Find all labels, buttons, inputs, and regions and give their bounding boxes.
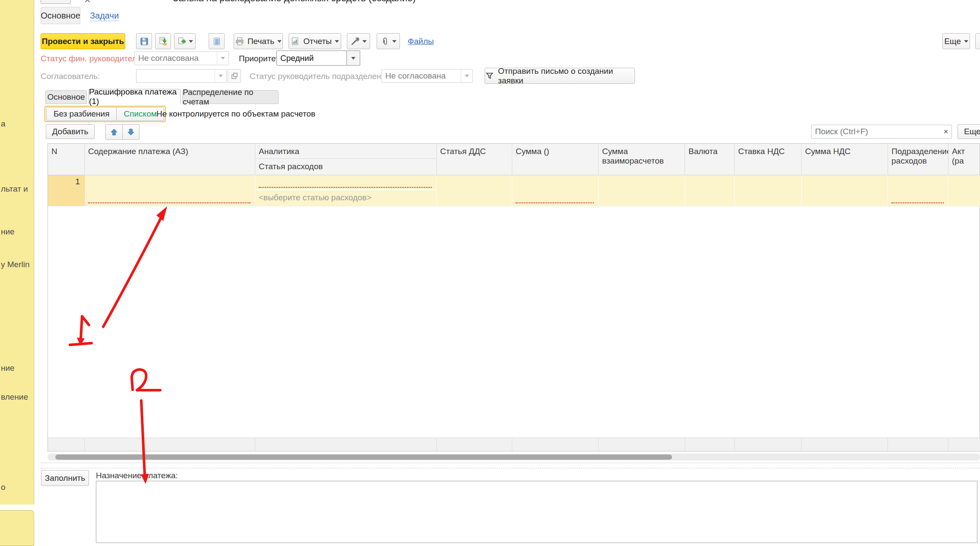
expense-item-placeholder[interactable]: <выберите статью расходов> [255,190,436,205]
toolbar-more-label: Еще [944,37,961,46]
col-header-vat-rate[interactable]: Ставка НДС [735,144,802,175]
row-cell-sum[interactable] [512,175,599,206]
dept-status-combobox[interactable]: Не согласована [381,69,473,83]
add-row-button[interactable]: Добавить [46,124,95,139]
grid-footer-row [48,438,980,451]
send-letter-button[interactable]: Отправить письмо о создании заявки [485,68,635,84]
reports-icon [291,37,300,46]
row-cell-currency[interactable] [685,175,735,206]
col-header-dds[interactable]: Статья ДДС [437,144,512,175]
toolbar-more-button[interactable]: Еще [942,33,970,49]
paperclip-icon [380,37,390,46]
priority-caret-button[interactable] [346,50,360,66]
add-row-label: Добавить [52,127,89,136]
tools-button[interactable] [347,33,370,49]
split-toggle-no-split[interactable]: Без разбиения [46,107,117,121]
footer-cell [255,438,437,451]
structure-button[interactable] [209,33,225,49]
dept-status-caret[interactable] [461,69,473,82]
grid-empty-area[interactable] [48,206,980,438]
panel-divider [41,463,980,463]
tools-caret [362,40,367,43]
fill-button[interactable]: Заполнить [41,470,89,486]
footer-cell [802,438,888,451]
structure-icon [212,37,222,46]
search-input[interactable] [811,125,941,139]
grid-header: N Содержание платежа (АЗ) Аналитика Стат… [48,144,980,175]
sidebar-panel-bottom [0,510,34,546]
save-icon [140,37,149,46]
row-cell-dds[interactable] [437,175,512,206]
approver-open-button[interactable] [228,69,241,83]
footer-cell [512,438,599,451]
titlebar-button-partial[interactable] [41,0,71,4]
tab-main[interactable]: Основное [45,90,87,104]
nav-tab-tasks[interactable]: Задачи [90,11,119,21]
payment-purpose-textarea[interactable] [96,481,977,543]
row-cell-vat-sum[interactable] [802,175,888,206]
files-link[interactable]: Файлы [408,37,434,46]
fin-status-caret[interactable] [217,52,228,65]
reports-button[interactable]: Отчеты [289,33,341,49]
sidebar-text-fragment: ние [1,363,15,373]
post-document-button[interactable] [155,33,171,49]
priority-label: Приоритет: [239,54,282,63]
move-row-down-button[interactable] [123,124,140,140]
nav-tab-main[interactable]: Основное [41,7,80,24]
col-header-analytics[interactable]: Аналитика Статья расходов [255,144,437,175]
row-cell-mutual[interactable] [599,175,685,206]
fin-status-combobox[interactable]: Не согласована [134,51,229,65]
col-header-content[interactable]: Содержание платежа (АЗ) [85,144,255,175]
priority-combobox[interactable]: Средний [276,50,347,66]
create-based-on-icon [177,37,187,46]
arrow-up-icon [110,128,118,136]
approver-caret[interactable] [215,69,226,82]
row-cell-department[interactable] [888,175,948,206]
row-cell-content[interactable] [85,175,255,206]
row-cell-vat-rate[interactable] [735,175,802,206]
row-cell-n[interactable]: 1 [48,175,85,206]
attachments-button[interactable] [377,33,400,49]
analytics-subcell[interactable] [255,175,436,190]
save-button[interactable] [136,33,152,49]
sidebar-text-fragment: а [1,119,6,129]
sidebar-text-fragment: y Merlin [1,260,30,269]
tab-accounts-distribution[interactable]: Распределение по счетам [182,90,279,104]
col-header-n[interactable]: N [48,144,85,175]
col-header-act[interactable]: Акт (ра [948,144,980,175]
tab-main-label: Основное [47,92,85,102]
move-row-up-button[interactable] [105,124,123,140]
create-based-on-button[interactable] [174,33,196,49]
footer-cell [735,438,802,451]
print-button[interactable]: Печать [234,33,283,49]
row-cell-analytics[interactable]: <выберите статью расходов> [255,175,437,206]
toolbar-more-caret [964,40,968,43]
search-clear-button[interactable]: × [940,125,952,139]
as-list-label: Списком [124,109,156,119]
horizontal-scrollbar[interactable] [48,454,980,461]
col-header-department[interactable]: Подразделение расходов [888,144,948,175]
row-cell-act[interactable] [948,175,980,206]
post-and-close-label: Провести и закрыть [42,37,124,46]
table-row[interactable]: 1 <выберите статью расходов> [48,175,980,206]
approver-combobox[interactable] [136,69,227,83]
app-window: а льтат и ние y Merlin ние вление о Заяв… [0,0,980,546]
col-header-currency[interactable]: Валюта [685,144,735,175]
arrow-down-icon [127,128,135,136]
titlebar-pin-icon[interactable]: ✕ [84,0,93,4]
post-and-close-button[interactable]: Провести и закрыть [41,33,125,49]
grid-more-button[interactable]: Еще [958,124,980,139]
files-link-label: Файлы [408,37,434,46]
col-header-sum[interactable]: Сумма () [512,144,599,175]
toolbar-cut-button[interactable] [975,33,980,49]
sidebar-text-fragment: ние [1,227,15,237]
col-header-mutual[interactable]: Сумма взаиморасчетов [599,144,685,175]
col-header-vat-sum[interactable]: Сумма НДС [802,144,888,175]
grid-more-label: Еще [964,127,980,136]
reports-caret [335,40,339,43]
print-label: Печать [247,37,274,46]
no-split-label: Без разбиения [54,109,109,119]
footer-cell [599,438,685,451]
scrollbar-thumb[interactable] [55,454,672,460]
tab-payment-details[interactable]: Расшифровка платежа (1) [89,89,181,104]
